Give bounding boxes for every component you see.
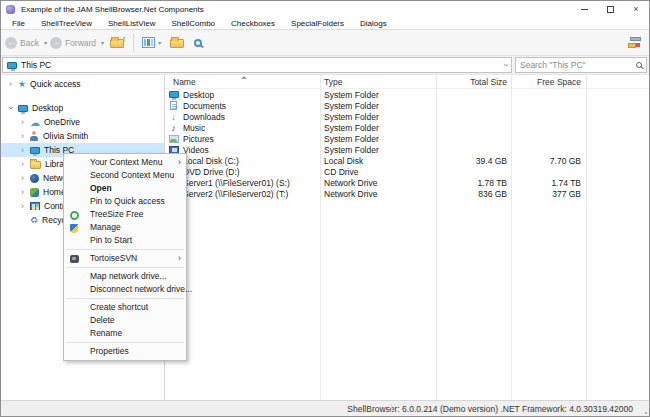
chevron-right-icon[interactable]: ›: [18, 143, 27, 157]
tortoisesvn-icon: [70, 254, 84, 264]
magnifier-icon: [194, 39, 202, 47]
forward-icon: →: [50, 37, 62, 49]
sort-ascending-icon: [241, 76, 247, 79]
tree-item-label: Desktop: [32, 103, 63, 113]
filter-settings-icon[interactable]: [628, 37, 641, 48]
context-menu-item-disconnect-network-drive[interactable]: Disconnect network drive...: [64, 283, 186, 296]
context-menu-item-open[interactable]: Open: [64, 182, 186, 195]
downloads-icon: ↓: [168, 112, 179, 122]
chevron-right-icon[interactable]: ›: [6, 77, 15, 91]
up-one-level-button[interactable]: ↑: [107, 35, 128, 50]
shell-list-view: Name Type Total Size Free Space Desktop …: [165, 75, 649, 400]
menu-item-label: Pin to Quick access: [90, 196, 165, 206]
menu-item-label: Your Context Menu: [90, 157, 162, 167]
file-name: Desktop: [183, 90, 214, 100]
menu-item-label: Disconnect network drive...: [90, 284, 192, 294]
libraries-icon: [30, 159, 41, 169]
list-row-server1[interactable]: Server1 (\\FileServer01) (S:) Network Dr…: [165, 177, 649, 188]
combo-dropdown-icon[interactable]: ›: [502, 64, 510, 67]
chevron-right-icon[interactable]: ›: [18, 129, 27, 143]
chevron-right-icon[interactable]: ›: [18, 157, 27, 171]
forward-button[interactable]: → Forward: [50, 37, 96, 49]
column-header-free-space[interactable]: Free Space: [511, 75, 586, 89]
forward-dropdown-icon[interactable]: ▾: [101, 39, 104, 46]
back-button[interactable]: ← Back: [5, 37, 39, 49]
chevron-right-icon[interactable]: ›: [18, 199, 27, 213]
menu-file[interactable]: File: [4, 19, 33, 28]
menu-checkboxes[interactable]: Checkboxes: [223, 19, 283, 28]
total-size: 1.78 TB: [436, 178, 511, 188]
status-bar: ShellBrowser: 6.0.0.214 (Demo version) .…: [1, 400, 649, 416]
search-input[interactable]: [520, 60, 636, 70]
menu-specialfolders[interactable]: SpecialFolders: [283, 19, 352, 28]
file-name: Documents: [183, 101, 226, 111]
context-menu-item-create-shortcut[interactable]: Create shortcut: [64, 301, 186, 314]
address-combo[interactable]: This PC ›: [2, 57, 512, 73]
search-button[interactable]: [188, 37, 208, 49]
music-icon: ♪: [168, 123, 179, 133]
list-row-downloads[interactable]: ↓Downloads System Folder: [165, 111, 649, 122]
list-row-documents[interactable]: Documents System Folder: [165, 100, 649, 111]
tree-item-onedrive[interactable]: › ☁ OneDrive: [1, 115, 164, 129]
recycle-bin-icon: ♻: [30, 215, 38, 225]
user-icon: [30, 131, 39, 141]
file-name: Downloads: [183, 112, 225, 122]
new-folder-icon: [170, 37, 185, 48]
list-row-server2[interactable]: Server2 (\\FileServer02) (T:) Network Dr…: [165, 188, 649, 199]
context-menu-item-tortoisesvn[interactable]: TortoiseSVN ›: [64, 252, 186, 265]
context-menu-item-properties[interactable]: Properties: [64, 345, 186, 358]
context-menu-item-manage[interactable]: Manage: [64, 221, 186, 234]
file-type: System Folder: [320, 145, 436, 155]
tree-item-quick-access[interactable]: › ★ Quick access: [1, 77, 164, 91]
context-menu-item-treesize-free[interactable]: TreeSize Free: [64, 208, 186, 221]
maximize-icon: [607, 6, 614, 13]
close-button[interactable]: ×: [623, 1, 649, 17]
search-box[interactable]: [515, 57, 647, 73]
new-folder-button[interactable]: [167, 35, 188, 50]
back-dropdown-icon[interactable]: ▾: [44, 39, 47, 46]
computer-icon: [30, 147, 40, 154]
context-menu-item-rename[interactable]: Rename: [64, 327, 186, 340]
total-size: 39.4 GB: [436, 156, 511, 166]
tree-item-label: Olivia Smith: [43, 131, 88, 141]
menu-dialogs[interactable]: Dialogs: [352, 19, 395, 28]
context-menu-item-second-context-menu[interactable]: Second Context Menu: [64, 169, 186, 182]
context-menu-item-pin-to-quick-access[interactable]: Pin to Quick access: [64, 195, 186, 208]
file-type: System Folder: [320, 101, 436, 111]
chevron-right-icon[interactable]: ›: [18, 115, 27, 129]
context-menu-item-map-network-drive[interactable]: Map network drive...: [64, 270, 186, 283]
list-row-dvd-drive-d[interactable]: DVD Drive (D:) CD Drive: [165, 166, 649, 177]
list-row-pictures[interactable]: Pictures System Folder: [165, 133, 649, 144]
back-icon: ←: [5, 37, 17, 49]
file-type: System Folder: [320, 134, 436, 144]
menu-shelltreeview[interactable]: ShellTreeView: [33, 19, 100, 28]
view-mode-button[interactable]: ▾: [139, 35, 167, 50]
context-menu-item-delete[interactable]: Delete: [64, 314, 186, 327]
file-type: CD Drive: [320, 167, 436, 177]
column-header-type[interactable]: Type: [320, 75, 436, 89]
minimize-button[interactable]: [571, 1, 597, 17]
menu-shelllistview[interactable]: ShellListView: [100, 19, 163, 28]
menu-item-label: Second Context Menu: [90, 170, 174, 180]
minimize-icon: [581, 9, 588, 10]
column-header-total-size[interactable]: Total Size: [436, 75, 511, 89]
treesize-icon: [70, 210, 84, 220]
chevron-right-icon[interactable]: ›: [18, 185, 27, 199]
list-row-local-disk-c[interactable]: Local Disk (C:) Local Disk 39.4 GB 7.70 …: [165, 155, 649, 166]
list-row-desktop[interactable]: Desktop System Folder: [165, 89, 649, 100]
tree-item-desktop[interactable]: › Desktop: [1, 101, 164, 115]
chevron-right-icon[interactable]: ›: [18, 171, 27, 185]
menu-separator: [66, 249, 184, 250]
resize-grip[interactable]: [645, 412, 647, 414]
list-row-music[interactable]: ♪Music System Folder: [165, 122, 649, 133]
menu-shellcombo[interactable]: ShellCombo: [163, 19, 223, 28]
chevron-down-icon[interactable]: ›: [4, 104, 18, 113]
menu-item-label: Open: [90, 183, 112, 193]
maximize-button[interactable]: [597, 1, 623, 17]
list-row-videos[interactable]: Videos System Folder: [165, 144, 649, 155]
menu-item-label: Create shortcut: [90, 302, 148, 312]
context-menu-item-pin-to-start[interactable]: Pin to Start: [64, 234, 186, 247]
tree-item-label: Quick access: [30, 79, 81, 89]
tree-item-user-folder[interactable]: › Olivia Smith: [1, 129, 164, 143]
context-menu-item-your-context-menu[interactable]: Your Context Menu ›: [64, 156, 186, 169]
